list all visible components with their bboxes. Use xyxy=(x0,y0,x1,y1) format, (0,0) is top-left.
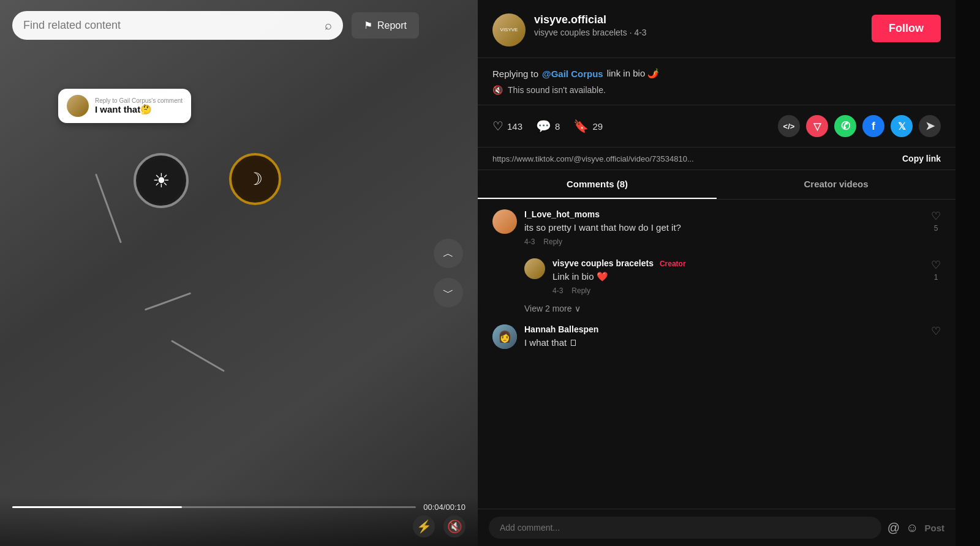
sound-warning-text: This sound isn't available. xyxy=(508,85,606,95)
video-container[interactable]: ☀ ☽ Reply to Gail Corpus's comment I wan… xyxy=(0,0,478,546)
twitter-icon: 𝕏 xyxy=(898,121,906,132)
video-background: ☀ ☽ xyxy=(0,0,478,546)
follow-button[interactable]: Follow xyxy=(872,15,941,42)
time-display: 00:04/00:10 xyxy=(423,503,466,512)
comment-icon: 💬 xyxy=(536,119,551,133)
report-button[interactable]: ⚑ Report xyxy=(352,12,419,39)
share-whatsapp-button[interactable]: ✆ xyxy=(834,115,856,137)
chain-decoration-1 xyxy=(95,174,122,244)
like-heart-icon-1[interactable]: ♡ xyxy=(931,209,941,223)
creator-header: VISYVE visyve.official visyve couples br… xyxy=(478,0,956,58)
tab-comments[interactable]: Comments (8) xyxy=(478,170,717,199)
share-facebook-button[interactable]: f xyxy=(862,115,884,137)
creator-videos-tab-label: Creator videos xyxy=(804,179,868,189)
like-count-1: 5 xyxy=(934,224,938,233)
overlay-comment-avatar xyxy=(67,95,89,117)
reply-heart-icon-1[interactable]: ♡ xyxy=(931,258,941,272)
nav-arrows: ︿ ﹀ xyxy=(434,239,463,307)
emoji-button[interactable]: ☺ xyxy=(906,521,918,535)
creator-avatar: VISYVE xyxy=(492,13,526,47)
overlay-reply-label: Reply to Gail Corpus's comment xyxy=(95,97,183,104)
commenter-username-2: Hannah Ballespen xyxy=(524,324,924,334)
comment-meta-1: 4-3 Reply xyxy=(524,237,924,246)
sound-warning: 🔇 This sound isn't available. xyxy=(492,85,941,95)
down-arrow-icon: ﹀ xyxy=(443,285,454,300)
reply-like-count-1: 1 xyxy=(934,273,938,282)
heart-icon: ♡ xyxy=(492,119,503,133)
overlay-comment-text: I want that🤔 xyxy=(95,104,183,115)
comment-input[interactable] xyxy=(489,517,881,539)
copy-link-button[interactable]: Copy link xyxy=(902,154,941,163)
subtitle-button[interactable]: ⚡ xyxy=(413,515,435,537)
mention-link[interactable]: @Gail Corpus xyxy=(542,69,603,79)
comment-text-1: its so pretty I want that how do I get i… xyxy=(524,221,924,234)
speaker-off-icon: 🔇 xyxy=(492,85,503,95)
at-mention-button[interactable]: @ xyxy=(888,521,900,535)
share-more-button[interactable]: ➤ xyxy=(919,115,941,137)
replying-to-label: Replying to xyxy=(492,69,538,79)
search-input[interactable] xyxy=(23,19,318,32)
progress-track[interactable] xyxy=(12,506,416,508)
comment-like-2: ♡ xyxy=(931,324,941,349)
tabs-row: Comments (8) Creator videos xyxy=(478,170,956,200)
share-twitter-button[interactable]: 𝕏 xyxy=(891,115,913,137)
comment-reply-btn-1[interactable]: Reply xyxy=(543,237,562,246)
view-more-label: View 2 more xyxy=(524,304,572,313)
bracelet-sun-decoration: ☀ xyxy=(134,153,189,208)
share-pocket-button[interactable]: ▽ xyxy=(806,115,828,137)
comment-body-1: I_Love_hot_moms its so pretty I want tha… xyxy=(524,209,924,246)
comment-input-area: @ ☺ Post xyxy=(478,509,956,546)
like-heart-icon-2[interactable]: ♡ xyxy=(931,324,941,338)
share-embed-button[interactable]: </> xyxy=(778,115,800,137)
reply-like-1: ♡ 1 xyxy=(931,258,941,295)
reply-time-1: 4-3 xyxy=(552,286,563,295)
actions-row: ♡ 143 💬 8 🔖 29 </> ▽ ✆ f 𝕏 xyxy=(478,105,956,148)
nav-up-button[interactable]: ︿ xyxy=(434,239,463,268)
bookmark-count: 29 xyxy=(592,121,603,132)
reply-text-1: Link in bio ❤️ xyxy=(552,270,924,283)
current-time: 00:04 xyxy=(423,503,443,512)
caption-line: Replying to @Gail Corpus link in bio 🌶️ xyxy=(492,68,941,79)
reply-meta-1: 4-3 Reply xyxy=(552,286,924,295)
search-bar[interactable]: ⌕ xyxy=(12,11,343,40)
view-more-button[interactable]: View 2 more ∨ xyxy=(524,304,581,313)
reply-avatar-1 xyxy=(524,258,545,279)
creator-name: visyve.official xyxy=(534,13,863,26)
embed-icon: </> xyxy=(783,122,795,131)
progress-bar-area: 00:04/00:10 xyxy=(12,503,466,512)
commenter-username-1: I_Love_hot_moms xyxy=(524,209,924,219)
nav-down-button[interactable]: ﹀ xyxy=(434,278,463,307)
comment-item: I_Love_hot_moms its so pretty I want tha… xyxy=(492,209,941,246)
link-url: https://www.tiktok.com/@visyve.official/… xyxy=(492,154,895,163)
mute-icon: 🔇 xyxy=(447,519,462,534)
top-bar: ⌕ ⚑ Report xyxy=(0,0,478,51)
post-button[interactable]: Post xyxy=(924,523,944,533)
comments-list: I_Love_hot_moms its so pretty I want tha… xyxy=(478,200,956,509)
chain-decoration-2 xyxy=(145,292,191,310)
bookmark-action[interactable]: 🔖 29 xyxy=(573,119,603,133)
mute-button[interactable]: 🔇 xyxy=(443,515,466,537)
chain-decoration-3 xyxy=(171,340,225,372)
like-action[interactable]: ♡ 143 xyxy=(492,119,522,133)
comment-action[interactable]: 💬 8 xyxy=(536,119,560,133)
whatsapp-icon: ✆ xyxy=(841,119,850,133)
tab-creator-videos[interactable]: Creator videos xyxy=(717,170,956,199)
like-count: 143 xyxy=(507,121,522,132)
right-panel: VISYVE visyve.official visyve couples br… xyxy=(478,0,956,546)
overlay-comment-text-wrap: Reply to Gail Corpus's comment I want th… xyxy=(95,97,183,115)
search-icon: ⌕ xyxy=(325,18,332,32)
commenter-avatar-2: 👩 xyxy=(492,324,517,349)
comment-overlay: Reply to Gail Corpus's comment I want th… xyxy=(58,89,191,123)
reply-username-1: visyve couples bracelets Creator xyxy=(552,258,924,268)
left-panel: ⌕ ⚑ Report ☀ ☽ Reply to Gail Corpus's co… xyxy=(0,0,478,546)
comment-item-2: 👩 Hannah Ballespen I what that 🗌 ♡ xyxy=(492,324,941,349)
creator-info: visyve.official visyve couples bracelets… xyxy=(534,13,863,37)
commenter-avatar-1 xyxy=(492,209,517,234)
caption-rest: link in bio 🌶️ xyxy=(607,68,660,79)
reply-comment-1: visyve couples bracelets Creator Link in… xyxy=(524,258,941,295)
pocket-icon: ▽ xyxy=(813,121,821,132)
link-row: https://www.tiktok.com/@visyve.official/… xyxy=(478,148,956,170)
reply-reply-btn-1[interactable]: Reply xyxy=(571,286,590,295)
right-gutter xyxy=(956,0,980,546)
comment-time-1: 4-3 xyxy=(524,237,535,246)
